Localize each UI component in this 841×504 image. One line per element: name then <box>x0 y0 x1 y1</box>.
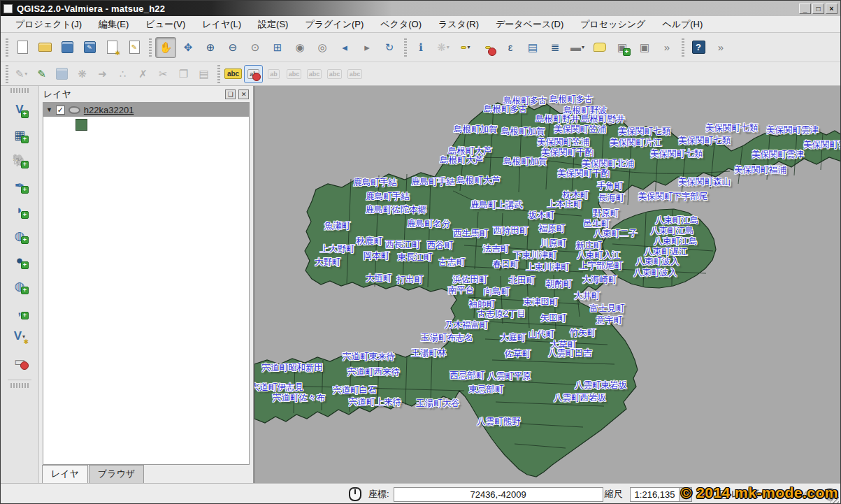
menu-item-4[interactable]: レイヤ(L) <box>194 17 249 32</box>
label-hold-icon[interactable]: ab <box>264 65 283 83</box>
field-calculator-icon[interactable]: ≣ <box>545 37 566 58</box>
toggle-editing-icon[interactable]: ✎ <box>32 65 51 83</box>
menu-item-10[interactable]: プロセッシング <box>573 17 653 32</box>
add-feature-icon[interactable]: ❋ <box>73 65 92 83</box>
save-project-icon[interactable] <box>57 37 78 58</box>
run-feature-action-icon-dropdown[interactable]: ▾ <box>447 44 450 50</box>
run-feature-action-icon[interactable]: ❋▾ <box>433 37 454 58</box>
menu-item-5[interactable]: 設定(S) <box>250 17 296 32</box>
new-print-composer-icon[interactable] <box>101 37 122 58</box>
zoom-full-icon[interactable]: ⊞ <box>267 37 288 58</box>
tab-layers[interactable]: レイヤ <box>42 465 88 483</box>
measure-icon[interactable]: ▬▾ <box>567 37 588 58</box>
new-shapefile-layer-icon-dropdown[interactable]: ▾ <box>22 333 25 340</box>
toolbar-overflow-icon[interactable]: » <box>656 37 677 58</box>
add-wcs-layer-icon[interactable]: ● <box>8 250 31 271</box>
zoom-to-selection-icon[interactable]: ◉ <box>289 37 310 58</box>
minimize-button[interactable]: _ <box>799 3 811 14</box>
label-rotate-icon[interactable]: abc <box>325 65 344 83</box>
new-project-icon[interactable] <box>12 37 33 58</box>
zoom-native-icon[interactable]: ⊙ <box>245 37 266 58</box>
toolbar-handle[interactable] <box>10 383 29 388</box>
zoom-next-icon[interactable]: ▸ <box>357 37 378 58</box>
new-shapefile-layer-icon[interactable]: V▾ <box>8 326 31 347</box>
map-label: 八雲町日吉 <box>548 347 592 359</box>
zoom-last-icon[interactable]: ◂ <box>334 37 355 58</box>
save-edits-icon[interactable] <box>52 65 71 83</box>
toolbar-handle[interactable] <box>680 38 685 57</box>
select-features-icon-dropdown[interactable]: ▾ <box>467 44 470 50</box>
toolbar-handle[interactable] <box>4 38 9 57</box>
select-features-icon[interactable]: ▾ <box>455 37 476 58</box>
menu-item-1[interactable]: プロジェクト(J) <box>8 17 89 32</box>
add-mssql-layer-icon[interactable]: ◗ <box>8 200 31 221</box>
add-vector-layer-icon[interactable]: V <box>8 99 31 120</box>
cut-features-icon[interactable]: ✂ <box>154 65 173 83</box>
mouse-position-icon[interactable] <box>349 487 361 501</box>
label-pin-unpin-icon[interactable]: ab <box>244 65 263 83</box>
title-bar[interactable]: QGIS2.2.0-Valmiera - matsue_h22 _ □ × <box>1 1 840 16</box>
menu-item-2[interactable]: 編集(E) <box>91 17 136 32</box>
deselect-features-icon[interactable] <box>477 37 498 58</box>
current-edits-icon-dropdown[interactable]: ▾ <box>24 71 27 77</box>
new-bookmark-icon[interactable]: ▣ <box>612 37 633 58</box>
maximize-button[interactable]: □ <box>812 3 824 14</box>
help-overflow-icon[interactable]: » <box>710 37 731 58</box>
paste-features-icon[interactable]: ▤ <box>194 65 213 83</box>
zoom-in-icon[interactable]: ⊕ <box>200 37 221 58</box>
layer-item[interactable]: ▼ ✓ h22ka32201 <box>43 103 249 117</box>
panel-close-icon[interactable]: ✕ <box>238 89 249 99</box>
label-properties-icon[interactable]: abc <box>345 65 364 83</box>
menu-item-6[interactable]: プラグイン(P) <box>297 17 371 32</box>
expand-arrow-icon[interactable]: ▼ <box>46 106 52 113</box>
menu-item-3[interactable]: ビュー(V) <box>138 17 193 32</box>
map-label: 美保関町千酌 <box>541 147 594 159</box>
toolbar-handle[interactable] <box>4 65 9 83</box>
refresh-map-icon[interactable]: ↻ <box>379 37 400 58</box>
composer-manager-icon[interactable]: ✎ <box>124 37 145 58</box>
current-edits-icon[interactable]: ✎▾ <box>12 65 31 83</box>
map-tips-icon[interactable] <box>589 37 610 58</box>
menu-item-8[interactable]: ラスタ(R) <box>431 17 487 32</box>
panel-float-icon[interactable]: ❏ <box>225 89 236 99</box>
menu-item-11[interactable]: ヘルプ(H) <box>654 17 710 32</box>
add-spatialite-layer-icon[interactable]: ✒ <box>8 175 31 196</box>
add-raster-layer-icon[interactable]: ▦ <box>8 124 31 145</box>
menu-item-7[interactable]: ベクタ(O) <box>373 17 429 32</box>
measure-icon-dropdown[interactable]: ▾ <box>582 44 584 50</box>
toolbar-handle[interactable] <box>216 65 221 83</box>
save-project-as-icon[interactable]: ✎ <box>79 37 100 58</box>
open-project-icon[interactable] <box>34 37 55 58</box>
open-attribute-table-icon[interactable]: ▤ <box>522 37 543 58</box>
zoom-to-layer-icon[interactable]: ◎ <box>312 37 333 58</box>
layer-visibility-checkbox[interactable]: ✓ <box>56 106 65 115</box>
help-icon[interactable]: ? <box>688 37 709 58</box>
toolbar-handle[interactable] <box>403 38 408 57</box>
zoom-out-icon[interactable]: ⊖ <box>222 37 243 58</box>
toolbar-handle[interactable] <box>10 88 29 93</box>
label-show-hide-icon[interactable]: abc <box>285 65 303 83</box>
pan-map-icon[interactable]: ✋ <box>155 37 176 58</box>
pan-to-selection-icon[interactable]: ✥ <box>178 37 199 58</box>
label-move-icon[interactable]: abc <box>305 65 324 83</box>
toolbar-handle[interactable] <box>148 38 152 57</box>
select-by-expression-icon[interactable]: ε <box>500 37 521 58</box>
node-tool-icon[interactable]: ∴ <box>113 65 132 83</box>
layer-name[interactable]: h22ka32201 <box>84 105 134 115</box>
coordinate-input[interactable] <box>394 487 603 502</box>
identify-features-icon[interactable]: ℹ <box>410 37 431 58</box>
labeling-settings-icon[interactable]: abc <box>224 65 243 83</box>
add-wms-layer-icon[interactable]: ◍ <box>8 225 31 246</box>
move-feature-icon[interactable]: ➜ <box>93 65 112 83</box>
delete-selected-icon[interactable]: ✗ <box>134 65 152 83</box>
menu-item-9[interactable]: データベース(D) <box>488 17 571 32</box>
add-wfs-layer-icon[interactable]: ◍ <box>8 275 31 296</box>
add-postgis-layer-icon[interactable]: 🐘 <box>8 150 31 171</box>
map-canvas[interactable]: 島根町多古島根町多古島根町多古島根町野波島根町野井島根町野井島根町加賀島根町加賀… <box>254 86 840 483</box>
add-delimited-text-layer-icon[interactable]: , <box>8 301 31 322</box>
tab-browser[interactable]: ブラウザ <box>89 465 144 483</box>
remove-layer-icon[interactable]: ▭ <box>8 351 31 372</box>
close-button[interactable]: × <box>826 3 838 14</box>
show-bookmarks-icon[interactable]: ▣ <box>634 37 655 58</box>
copy-features-icon[interactable]: ❐ <box>174 65 193 83</box>
